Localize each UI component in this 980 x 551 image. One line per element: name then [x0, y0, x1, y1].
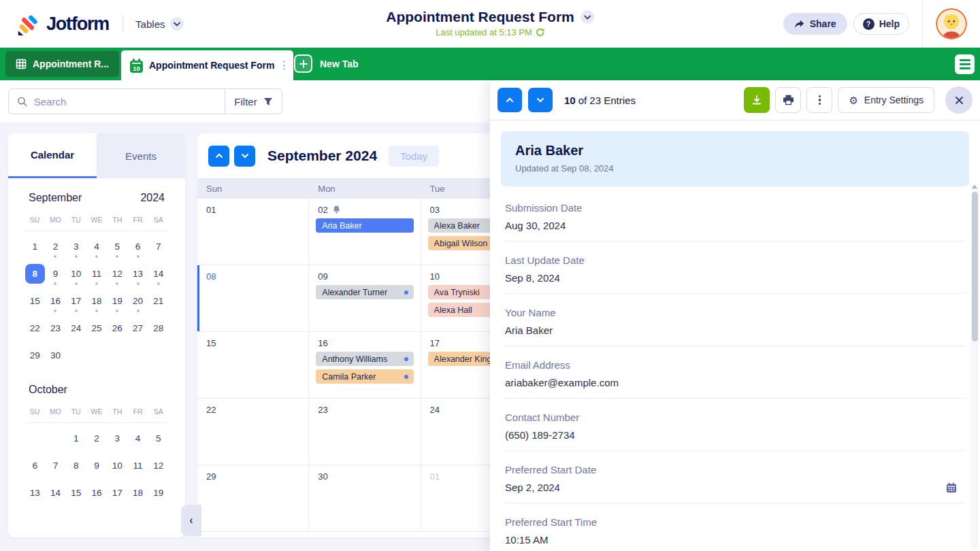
- entry-field[interactable]: Last Update DateSep 8, 2024: [504, 241, 965, 294]
- scroll-up-arrow[interactable]: [972, 185, 977, 188]
- mini-day[interactable]: 8: [66, 456, 86, 475]
- mini-day[interactable]: 12: [108, 264, 127, 284]
- mini-day[interactable]: 22: [25, 318, 45, 338]
- mini-day[interactable]: 17: [108, 483, 127, 503]
- mini-day[interactable]: 26: [108, 318, 127, 338]
- mini-day[interactable]: 19: [148, 483, 168, 503]
- filter-button[interactable]: Filter: [225, 89, 282, 114]
- tab-calendar[interactable]: Calendar: [8, 133, 97, 178]
- calendar-day-cell[interactable]: 22: [197, 399, 309, 465]
- tab-events[interactable]: Events: [97, 133, 185, 178]
- mini-day[interactable]: 29: [25, 346, 45, 365]
- today-button[interactable]: Today: [389, 146, 439, 167]
- entry-field[interactable]: Submission DateAug 30, 2024: [504, 189, 965, 241]
- mini-day[interactable]: 11: [128, 456, 148, 475]
- mini-day[interactable]: 16: [86, 483, 106, 503]
- mini-day[interactable]: 9: [86, 456, 106, 475]
- mini-day[interactable]: 27: [128, 318, 148, 338]
- calendar-event-chip[interactable]: Aria Baker: [316, 218, 413, 233]
- tab-options-kebab-icon[interactable]: [280, 61, 288, 70]
- mini-day[interactable]: 15: [66, 483, 86, 503]
- mini-day[interactable]: 2: [86, 429, 106, 448]
- next-month-button[interactable]: [234, 146, 255, 167]
- calendar-day-cell[interactable]: 09Alexander Turner: [309, 265, 421, 332]
- mini-day[interactable]: 5: [148, 429, 168, 448]
- product-switcher[interactable]: Tables: [135, 17, 184, 31]
- tab-calendar-view-active[interactable]: 10 Appointment Request Form: [121, 50, 293, 80]
- mini-day[interactable]: 5: [108, 237, 127, 256]
- previous-month-button[interactable]: [208, 146, 229, 167]
- mini-day[interactable]: 25: [86, 318, 106, 338]
- mini-day[interactable]: 24: [66, 318, 86, 338]
- mini-day[interactable]: 15: [25, 291, 45, 311]
- mini-day[interactable]: 13: [25, 483, 45, 503]
- mini-day[interactable]: 12: [148, 456, 168, 475]
- mini-day[interactable]: 3: [66, 237, 86, 256]
- mini-day[interactable]: 18: [128, 483, 148, 503]
- mini-day[interactable]: 19: [108, 291, 127, 311]
- mini-day[interactable]: 10: [108, 456, 127, 475]
- print-button[interactable]: [775, 87, 801, 113]
- mini-day[interactable]: 4: [86, 237, 106, 256]
- sidebar-collapse-button[interactable]: ‹: [181, 505, 201, 536]
- mini-day[interactable]: 14: [148, 264, 168, 284]
- calendar-day-cell[interactable]: 23: [309, 399, 421, 465]
- mini-day[interactable]: 10: [66, 264, 86, 284]
- calendar-day-cell[interactable]: 15: [197, 332, 309, 399]
- avatar[interactable]: [936, 8, 967, 39]
- refresh-icon[interactable]: [536, 28, 544, 37]
- calendar-day-cell[interactable]: 08: [197, 265, 309, 332]
- entry-field[interactable]: Your NameAria Baker: [504, 294, 965, 346]
- close-panel-button[interactable]: [945, 86, 973, 114]
- mini-day[interactable]: 20: [128, 291, 148, 311]
- calendar-event-chip[interactable]: Anthony Williams: [316, 352, 413, 366]
- calendar-day-cell[interactable]: 29: [197, 465, 309, 532]
- tab-list-menu-button[interactable]: [955, 54, 975, 74]
- scrollbar-thumb[interactable]: [972, 192, 978, 341]
- mini-day[interactable]: 2: [46, 237, 65, 256]
- entry-field[interactable]: Preferred Start Time10:15 AM: [504, 503, 965, 551]
- share-button[interactable]: Share: [783, 13, 847, 35]
- calendar-day-cell[interactable]: 30: [309, 465, 421, 532]
- mini-day[interactable]: 30: [46, 346, 65, 365]
- mini-day[interactable]: 18: [86, 291, 106, 311]
- calendar-day-cell[interactable]: 02Aria Baker: [309, 199, 421, 265]
- mini-day-selected[interactable]: 8: [25, 264, 45, 284]
- mini-day[interactable]: 7: [46, 456, 65, 475]
- jotform-logo[interactable]: Jotform: [16, 12, 109, 36]
- mini-day[interactable]: 23: [46, 318, 65, 338]
- help-button[interactable]: ? Help: [853, 13, 909, 35]
- tab-table-view[interactable]: Appointment R...: [5, 51, 119, 77]
- mini-day[interactable]: 4: [128, 429, 148, 448]
- mini-day[interactable]: 21: [148, 291, 168, 311]
- mini-day[interactable]: 6: [128, 237, 148, 256]
- mini-day[interactable]: 28: [148, 318, 168, 338]
- entry-field[interactable]: Preferred Start DateSep 2, 2024: [504, 451, 965, 503]
- mini-day[interactable]: 16: [46, 291, 65, 311]
- more-options-kebab-button[interactable]: [806, 87, 832, 113]
- mini-day[interactable]: 11: [86, 264, 106, 284]
- calendar-event-chip[interactable]: Camila Parker: [316, 369, 413, 384]
- mini-day[interactable]: 1: [25, 237, 45, 256]
- mini-day[interactable]: 7: [148, 237, 168, 256]
- previous-entry-button[interactable]: [497, 88, 522, 112]
- title-chevron-icon[interactable]: [581, 10, 594, 24]
- entry-field[interactable]: Email Addressariabaker@example.com: [504, 346, 965, 399]
- calendar-event-chip[interactable]: Alexander Turner: [316, 285, 413, 299]
- new-tab-button[interactable]: New Tab: [294, 54, 359, 73]
- search-input[interactable]: [34, 96, 225, 107]
- next-entry-button[interactable]: [528, 88, 553, 112]
- entry-settings-button[interactable]: ⚙ Entry Settings: [838, 87, 934, 113]
- mini-day[interactable]: 6: [25, 456, 45, 475]
- mini-day[interactable]: 3: [108, 429, 127, 448]
- calendar-day-cell[interactable]: 16Anthony WilliamsCamila Parker: [309, 332, 421, 399]
- download-button[interactable]: [744, 87, 770, 113]
- mini-day[interactable]: 1: [66, 429, 86, 448]
- mini-day[interactable]: 13: [128, 264, 148, 284]
- mini-day[interactable]: 14: [46, 483, 65, 503]
- entry-field[interactable]: Contact Number(650) 189-2734: [504, 399, 965, 451]
- mini-day[interactable]: 9: [46, 264, 65, 284]
- mini-day[interactable]: 17: [66, 291, 86, 311]
- calendar-day-cell[interactable]: 01: [197, 199, 309, 265]
- calendar-icon[interactable]: [946, 482, 957, 493]
